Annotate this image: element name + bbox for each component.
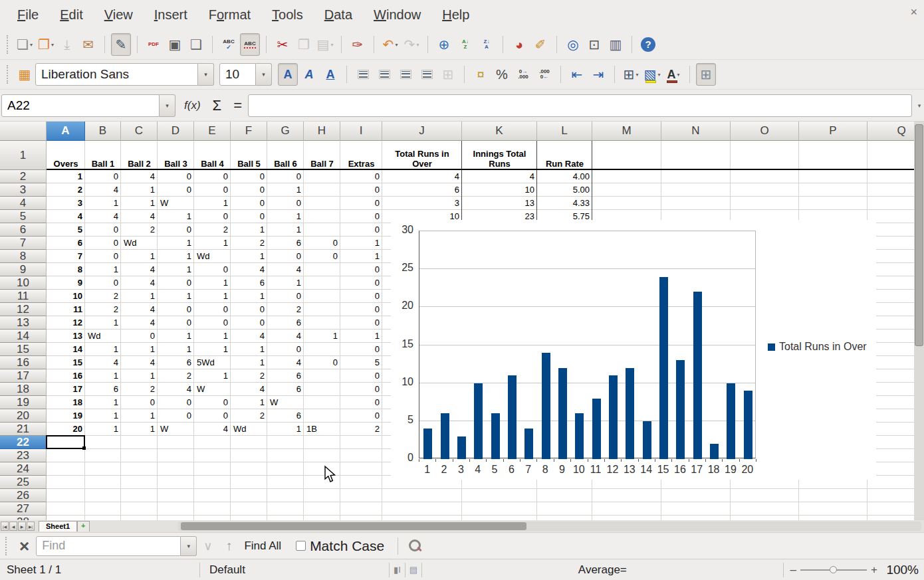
cell-H8[interactable]: 0 — [304, 250, 340, 263]
cell-C6[interactable]: 2 — [121, 223, 158, 237]
cell-G19[interactable]: W — [267, 396, 304, 409]
cell-B9[interactable]: 1 — [85, 263, 121, 276]
cell-C11[interactable]: 1 — [121, 290, 158, 303]
cell-E18[interactable]: W — [194, 383, 231, 396]
cell-L3[interactable]: 5.00 — [537, 183, 592, 197]
cell-F11[interactable]: 1 — [231, 290, 267, 303]
cell-cursor-A22[interactable] — [46, 435, 85, 449]
cell-C17[interactable]: 1 — [121, 369, 158, 383]
grid-corner[interactable] — [0, 122, 47, 141]
cell-H1[interactable]: Ball 7 — [304, 141, 340, 170]
autospellcheck-icon[interactable]: ABC — [240, 33, 260, 56]
cell-I13[interactable]: 0 — [340, 316, 382, 330]
cell-I12[interactable]: 0 — [340, 303, 382, 316]
font-size-input[interactable] — [219, 63, 256, 86]
sum-icon[interactable]: Σ — [213, 97, 222, 114]
menu-help[interactable]: Help — [431, 3, 480, 27]
email-icon[interactable]: ✉ — [78, 33, 98, 56]
cell-D8[interactable]: 1 — [158, 250, 194, 263]
cell-G11[interactable]: 0 — [267, 290, 304, 303]
cell-G1[interactable]: Ball 6 — [267, 141, 304, 170]
cell-I19[interactable]: 0 — [340, 396, 382, 409]
cell-F21[interactable]: Wd — [231, 423, 267, 436]
zoom-out-icon[interactable]: – — [790, 563, 796, 577]
cell-H16[interactable]: 0 — [304, 356, 340, 369]
cell-F1[interactable]: Ball 5 — [231, 141, 267, 170]
cell-E3[interactable]: 0 — [194, 183, 231, 197]
row-header-18[interactable]: 18 — [0, 383, 47, 396]
spreadsheet-grid[interactable]: ABCDEFGHIJKLMNOPQ12345678910111213141516… — [0, 122, 914, 520]
cell-C20[interactable]: 1 — [121, 409, 158, 423]
font-name-dropdown[interactable]: ▾ — [198, 63, 214, 86]
row-header-10[interactable]: 10 — [0, 276, 47, 290]
underline-icon[interactable]: A — [320, 63, 340, 86]
cell-I20[interactable]: 0 — [340, 409, 382, 423]
cell-I8[interactable]: 1 — [340, 250, 382, 263]
cell-D19[interactable]: 0 — [158, 396, 194, 409]
row-header-14[interactable]: 14 — [0, 330, 47, 343]
cell-C15[interactable]: 1 — [121, 343, 158, 356]
formula-icon[interactable]: = — [233, 97, 242, 114]
data-sources-icon[interactable]: ▥ — [606, 33, 626, 56]
column-header-O[interactable]: O — [731, 122, 799, 141]
formula-input[interactable] — [248, 94, 912, 117]
align-left-icon[interactable] — [353, 63, 373, 86]
font-name-input[interactable] — [35, 63, 198, 86]
menu-format[interactable]: Format — [198, 3, 261, 27]
cell-E11[interactable]: 1 — [194, 290, 231, 303]
previous-sheet-icon[interactable]: ◀ — [9, 522, 17, 531]
cell-B14[interactable]: Wd — [85, 330, 121, 343]
cell-F12[interactable]: 0 — [231, 303, 267, 316]
help-icon[interactable]: ? — [638, 33, 658, 56]
cell-B4[interactable]: 1 — [85, 197, 121, 210]
row-header-15[interactable]: 15 — [0, 343, 47, 356]
print-preview-icon[interactable]: ❑ — [186, 33, 206, 56]
cell-E9[interactable]: 0 — [194, 263, 231, 276]
close-find-bar-icon[interactable]: × — [19, 537, 29, 555]
column-header-A[interactable]: A — [47, 122, 85, 141]
cell-F17[interactable]: 2 — [231, 369, 267, 383]
close-icon[interactable]: × — [910, 5, 917, 19]
bold-icon[interactable]: A — [278, 63, 298, 86]
row-header-9[interactable]: 9 — [0, 263, 47, 276]
cell-B12[interactable]: 2 — [85, 303, 121, 316]
cell-J3[interactable]: 6 — [382, 183, 462, 197]
cell-D16[interactable]: 6 — [158, 356, 194, 369]
cell-A13[interactable]: 12 — [47, 316, 85, 330]
cell-L2[interactable]: 4.00 — [537, 170, 592, 183]
cell-E1[interactable]: Ball 4 — [194, 141, 231, 170]
cell-I6[interactable]: 0 — [340, 223, 382, 237]
cell-F2[interactable]: 0 — [231, 170, 267, 183]
status-average[interactable]: Average= — [422, 563, 783, 577]
cell-D15[interactable]: 1 — [158, 343, 194, 356]
cell-A10[interactable]: 9 — [47, 276, 85, 290]
dropdown-arrow-icon[interactable]: ▾ — [416, 42, 419, 48]
cell-B5[interactable]: 4 — [85, 210, 121, 223]
cell-G21[interactable]: 1 — [267, 423, 304, 436]
toolbar-grip[interactable] — [5, 537, 9, 555]
cell-L1[interactable]: Run Rate — [537, 141, 592, 170]
cell-C21[interactable]: 1 — [121, 423, 158, 436]
open-folder-icon[interactable]: ❐▾ — [36, 33, 56, 56]
undo-icon[interactable]: ↶▾ — [380, 33, 400, 56]
styles-icon[interactable]: ▦ — [15, 63, 35, 86]
cut-icon[interactable]: ✂ — [273, 33, 292, 56]
column-header-N[interactable]: N — [661, 122, 731, 141]
row-header-13[interactable]: 13 — [0, 316, 47, 330]
edit-mode-icon[interactable]: ✎ — [111, 33, 131, 56]
cell-B16[interactable]: 4 — [85, 356, 121, 369]
cell-C1[interactable]: Ball 2 — [121, 141, 158, 170]
cell-G20[interactable]: 6 — [267, 409, 304, 423]
gallery-icon[interactable]: ⊡ — [584, 33, 604, 56]
cell-B20[interactable]: 1 — [85, 409, 121, 423]
cell-D21[interactable]: W — [158, 423, 194, 436]
row-header-3[interactable]: 3 — [0, 183, 47, 197]
cell-F13[interactable]: 0 — [231, 316, 267, 330]
cell-I16[interactable]: 5 — [340, 356, 382, 369]
name-box-dropdown[interactable]: ▾ — [160, 94, 175, 117]
cell-E12[interactable]: 0 — [194, 303, 231, 316]
cell-A18[interactable]: 17 — [47, 383, 85, 396]
zoom-slider-thumb[interactable] — [830, 566, 837, 573]
cell-K4[interactable]: 13 — [462, 197, 537, 210]
cell-I17[interactable]: 0 — [340, 369, 382, 383]
